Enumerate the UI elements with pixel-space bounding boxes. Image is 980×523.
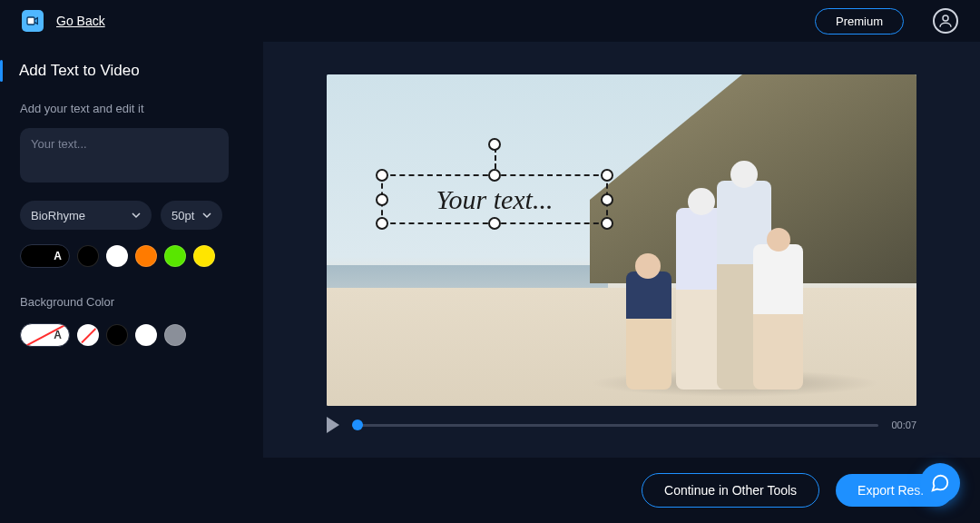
premium-button[interactable]: Premium	[815, 8, 904, 35]
chat-fab[interactable]	[920, 463, 960, 503]
text-color-black[interactable]	[77, 245, 99, 267]
text-color-white[interactable]	[106, 245, 128, 267]
text-color-row: A	[20, 244, 243, 268]
font-select-value: BioRhyme	[31, 209, 85, 222]
bg-color-white[interactable]	[135, 324, 157, 346]
seek-track[interactable]	[352, 424, 878, 427]
resize-handle-ml[interactable]	[376, 193, 388, 206]
text-overlay-box[interactable]: Your text...	[381, 174, 608, 224]
text-color-indicator[interactable]: A	[20, 244, 70, 268]
text-input[interactable]	[20, 128, 229, 183]
account-avatar[interactable]	[933, 8, 958, 34]
resize-handle-tl[interactable]	[376, 169, 388, 182]
text-color-green[interactable]	[164, 245, 186, 267]
svg-point-1	[943, 15, 948, 21]
rotate-handle[interactable]	[488, 138, 501, 151]
bg-color-indicator[interactable]: A	[20, 323, 70, 347]
bg-color-none[interactable]	[77, 324, 99, 346]
size-select-value: 50pt	[172, 209, 194, 222]
app-logo-icon	[22, 10, 44, 32]
overlay-text: Your text...	[436, 184, 554, 215]
text-color-yellow[interactable]	[193, 245, 215, 267]
continue-button[interactable]: Continue in Other Tools	[642, 473, 819, 508]
font-select[interactable]: BioRhyme	[20, 201, 152, 230]
bg-color-grey[interactable]	[164, 324, 186, 346]
sidebar-subtitle: Add your text and edit it	[20, 102, 243, 115]
bg-color-black[interactable]	[106, 324, 128, 346]
resize-handle-tm[interactable]	[488, 169, 501, 182]
svg-rect-0	[27, 17, 34, 25]
chevron-down-icon	[132, 211, 141, 220]
sidebar-title: Add Text to Video	[19, 62, 140, 80]
heading-accent	[0, 60, 3, 82]
bg-color-label: Background Color	[20, 295, 243, 309]
go-back-link[interactable]: Go Back	[56, 14, 105, 28]
letter-a-icon: A	[54, 250, 62, 262]
video-canvas[interactable]: Your text...	[327, 74, 916, 406]
letter-a-icon: A	[54, 329, 62, 341]
text-color-orange[interactable]	[135, 245, 157, 267]
video-player-bar: 00:07	[327, 417, 916, 433]
resize-handle-bm[interactable]	[488, 217, 501, 230]
resize-handle-br[interactable]	[601, 217, 613, 230]
resize-handle-bl[interactable]	[376, 217, 388, 230]
resize-handle-tr[interactable]	[601, 169, 613, 182]
seek-thumb[interactable]	[352, 419, 363, 430]
bg-color-row: A	[20, 323, 243, 347]
duration-label: 00:07	[891, 419, 916, 430]
play-button[interactable]	[327, 417, 339, 433]
sidebar: Add Text to Video Add your text and edit…	[0, 42, 263, 523]
size-select[interactable]: 50pt	[161, 201, 222, 230]
chevron-down-icon	[202, 211, 211, 220]
resize-handle-mr[interactable]	[601, 193, 613, 206]
